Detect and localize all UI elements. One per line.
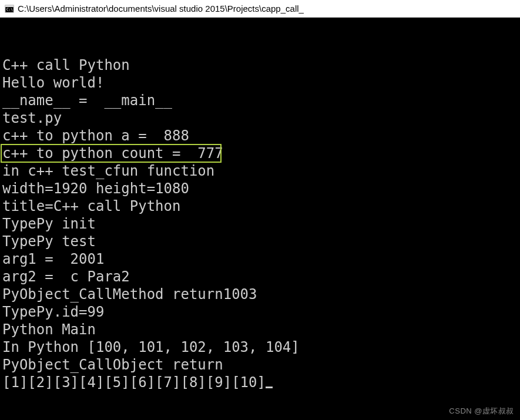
- console-line: Hello world!: [2, 74, 518, 92]
- window-title-bar[interactable]: C:\ C:\Users\Administrator\documents\vis…: [0, 0, 520, 18]
- console-line: test.py: [2, 109, 518, 127]
- console-line: c++ to python a = 888: [2, 127, 518, 145]
- csdn-watermark: CSDN @虚坏叔叔: [449, 406, 514, 416]
- console-line: arg1 = 2001: [2, 250, 518, 268]
- console-line: PyObject_CallMethod return1003: [2, 285, 518, 303]
- console-line: PyObject_CallObject return: [2, 356, 518, 374]
- console-line: In Python [100, 101, 102, 103, 104]: [2, 338, 518, 356]
- console-line: C++ call Python: [2, 56, 518, 74]
- cursor: [266, 387, 273, 388]
- console-output[interactable]: C++ call PythonHello world!__name__ = __…: [0, 18, 520, 420]
- svg-text:C:\: C:\: [6, 7, 13, 11]
- console-line: c++ to python count = 777: [2, 145, 518, 162]
- console-line: title=C++ call Python: [2, 197, 518, 215]
- console-line: [1][2][3][4][5][6][7][8][9][10]: [2, 374, 518, 391]
- console-line: TypePy init: [2, 215, 518, 233]
- console-line: width=1920 height=1080: [2, 180, 518, 197]
- console-line: arg2 = c Para2: [2, 268, 518, 285]
- console-app-icon: C:\: [5, 4, 14, 14]
- console-line: TypePy.id=99: [2, 303, 518, 321]
- window-title-text: C:\Users\Administrator\documents\visual …: [18, 4, 304, 14]
- console-line: Python Main: [2, 321, 518, 338]
- console-line: TypePy test: [2, 233, 518, 250]
- console-line: in c++ test_cfun function: [2, 162, 518, 180]
- console-line: __name__ = __main__: [2, 92, 518, 109]
